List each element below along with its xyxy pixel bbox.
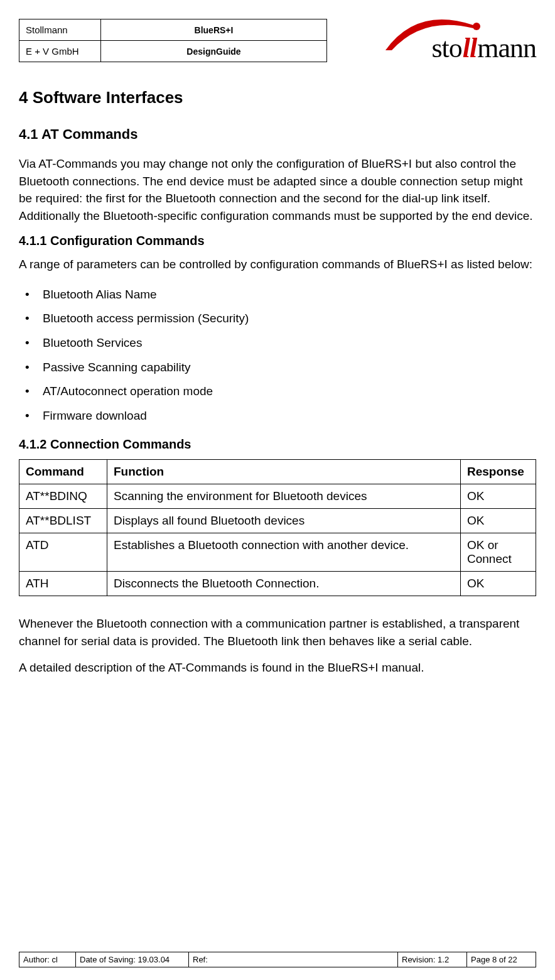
heading-1: 4 Software Interfaces <box>19 88 536 107</box>
logo-text-mid: ll <box>462 33 477 63</box>
footer-page: Page 8 of 22 <box>467 952 536 967</box>
doc-title-bottom: DesignGuide <box>101 41 327 62</box>
table-row: AT**BDLIST Displays all found Bluetooth … <box>19 509 536 533</box>
logo-container: stollmann <box>327 19 536 69</box>
cell-response: OK <box>461 572 536 596</box>
table-row: AT**BDINQ Scanning the environment for B… <box>19 484 536 509</box>
paragraph-transparent: Whenever the Bluetooth connection with a… <box>19 615 536 650</box>
cell-command: AT**BDINQ <box>19 484 107 509</box>
list-item: Bluetooth Alias Name <box>19 283 536 307</box>
stollmann-logo: stollmann <box>367 19 536 69</box>
list-item: Passive Scanning capability <box>19 356 536 380</box>
footer-author: Author: cl <box>19 952 76 967</box>
footer-date: Date of Saving: 19.03.04 <box>76 952 189 967</box>
config-bullet-list: Bluetooth Alias Name Bluetooth access pe… <box>19 283 536 428</box>
doc-title-top: BlueRS+I <box>101 19 327 41</box>
table-row: ATH Disconnects the Bluetooth Connection… <box>19 572 536 596</box>
footer-ref: Ref: <box>189 952 398 967</box>
paragraph-manual: A detailed description of the AT-Command… <box>19 659 536 677</box>
logo-text-post: mann <box>477 33 536 63</box>
list-item: Firmware download <box>19 404 536 428</box>
cell-function: Disconnects the Bluetooth Connection. <box>107 572 461 596</box>
cell-command: ATH <box>19 572 107 596</box>
connection-commands-table: Command Function Response AT**BDINQ Scan… <box>19 459 536 596</box>
footer-table: Author: cl Date of Saving: 19.03.04 Ref:… <box>19 952 536 967</box>
table-header-function: Function <box>107 460 461 484</box>
list-item: Bluetooth access permission (Security) <box>19 307 536 331</box>
table-row: ATD Establishes a Bluetooth connection w… <box>19 533 536 572</box>
list-item: AT/Autoconnect operation mode <box>19 379 536 404</box>
cell-response: OK or Connect <box>461 533 536 572</box>
cell-function: Scanning the environment for Bluetooth d… <box>107 484 461 509</box>
heading-3-config: 4.1.1 Configuration Commands <box>19 234 536 248</box>
company-name-bottom: E + V GmbH <box>19 41 101 62</box>
document-header: Stollmann BlueRS+I E + V GmbH DesignGuid… <box>19 19 536 69</box>
paragraph-intro: Via AT-Commands you may change not only … <box>19 155 536 224</box>
table-header-response: Response <box>461 460 536 484</box>
table-header-command: Command <box>19 460 107 484</box>
list-item: Bluetooth Services <box>19 331 536 356</box>
cell-response: OK <box>461 484 536 509</box>
svg-point-0 <box>473 23 480 30</box>
cell-function: Establishes a Bluetooth connection with … <box>107 533 461 572</box>
footer-revision: Revision: 1.2 <box>398 952 467 967</box>
heading-2: 4.1 AT Commands <box>19 126 536 143</box>
cell-function: Displays all found Bluetooth devices <box>107 509 461 533</box>
header-info-table: Stollmann BlueRS+I E + V GmbH DesignGuid… <box>19 19 327 62</box>
paragraph-config: A range of parameters can be controlled … <box>19 256 536 273</box>
cell-command: ATD <box>19 533 107 572</box>
heading-3-connection: 4.1.2 Connection Commands <box>19 437 536 452</box>
cell-response: OK <box>461 509 536 533</box>
logo-text-pre: sto <box>431 33 461 63</box>
cell-command: AT**BDLIST <box>19 509 107 533</box>
company-name-top: Stollmann <box>19 19 101 41</box>
